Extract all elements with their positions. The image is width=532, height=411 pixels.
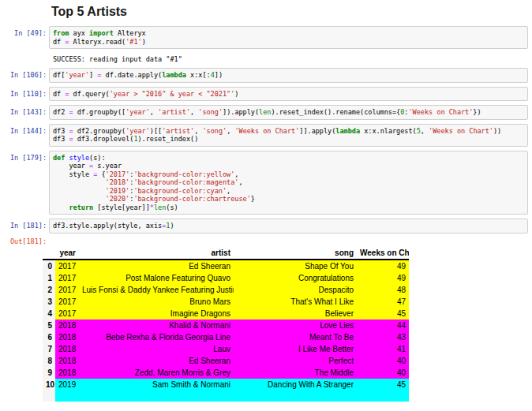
code-editor[interactable]: df3 = df2.groupby('year')[['artist', 'so… [49, 124, 528, 147]
code-token: ) [170, 222, 174, 230]
code-token: len [259, 108, 271, 116]
cell-song: Believer [234, 308, 357, 319]
code-token: , [421, 127, 429, 135]
code-token: 'year' [65, 71, 89, 79]
cell-artist: Ed Sheeran [79, 260, 234, 272]
code-token: '2018' [106, 178, 130, 186]
code-line: df2 = df.groupby(['year', 'artist', 'son… [53, 108, 524, 117]
partial-row-fill [55, 390, 409, 402]
code-editor[interactable]: df3.style.apply(style, axis=1) [49, 219, 528, 234]
code-line: df3 = df2.groupby('year')[['artist', 'so… [53, 127, 524, 136]
cell-year: 2017 [55, 296, 79, 308]
column-header: song [234, 247, 357, 260]
cell-weeks: 43 [357, 331, 409, 343]
code-line: year = s.year [53, 162, 524, 170]
code-token: 'background-color:yellow' [133, 170, 234, 178]
cell-artist: Sam Smith & Normani [79, 379, 234, 390]
code-cell: In [49]:from ayx import Alteryxdf = Alte… [0, 26, 532, 49]
code-line: df['year'] = df.date.apply(lambda x:x[:4… [53, 71, 524, 80]
code-token: df [53, 90, 65, 98]
table-row: 52018Khalid & NormaniLove Lies44 [43, 319, 409, 331]
cell-year: 2018 [55, 367, 79, 379]
code-line: '2018':'background-color:magenta', [53, 178, 524, 187]
code-token: 'year > "2016" & year < "2021"' [110, 90, 235, 98]
code-token: Alteryx.read( [69, 38, 126, 46]
code-token: x:x[: [186, 71, 211, 79]
table-row: 32017Bruno MarsThat's What I Like47 [43, 296, 409, 308]
row-index: 4 [43, 308, 55, 319]
empty-prompt [0, 53, 49, 56]
code-token: ]).apply( [223, 108, 259, 116]
code-token: 'Weeks on Chart' [234, 127, 299, 135]
cell-artist: Bebe Rexha & Florida Georgia Line [79, 331, 234, 343]
code-token: 'Weeks on Chart' [429, 127, 493, 135]
code-token: } [251, 195, 255, 203]
code-token: , [194, 127, 202, 135]
code-token: 'background-color:magenta' [133, 178, 238, 186]
code-line: return [style[year]]*len(s) [53, 204, 524, 212]
row-index: 2 [43, 284, 55, 296]
code-line: df3 = df3.droplevel(1).reset_index() [53, 135, 524, 144]
code-cell: In [110]:df = df.query('year > "2016" & … [0, 87, 532, 102]
cell-year: 2018 [55, 331, 79, 343]
cell-weeks: 41 [357, 343, 409, 355]
table-row-partial [43, 390, 409, 402]
table-row: 102019Sam Smith & NormaniDancing With A … [43, 379, 409, 390]
cell-song: Love Lies [234, 319, 357, 331]
in-prompt: In [144]: [0, 124, 49, 136]
cell-artist: Ed Sheeran [79, 355, 234, 367]
markdown-cell-title[interactable]: Top 5 Artists [51, 5, 532, 19]
cell-artist: Post Malone Featuring Quavo [79, 272, 234, 284]
row-index: 8 [43, 355, 55, 367]
code-token: )) [493, 127, 501, 135]
code-token: , [227, 127, 234, 135]
in-prompt: In [143]: [0, 105, 49, 117]
code-token: year [53, 162, 89, 170]
cell-weeks: 40 [357, 367, 409, 379]
cell-artist: Bruno Mars [79, 296, 234, 308]
stream-output-text: SUCCESS: reading input data "#1" [49, 54, 182, 64]
code-token: '2017' [106, 170, 130, 178]
dataframe-header-row: yearartistsongWeeks on Chart [43, 247, 409, 260]
table-row: 22017Luis Fonsi & Daddy Yankee Featuring… [43, 284, 409, 296]
code-token: return [69, 204, 93, 211]
code-token: df3.droplevel( [73, 135, 134, 143]
code-cells-container: In [49]:from ayx import Alteryxdf = Alte… [0, 26, 532, 234]
code-line: def style(s): [53, 154, 524, 163]
code-token: df2.groupby( [73, 127, 126, 135]
code-token [53, 204, 69, 211]
table-row: 42017Imagine DragonsBeliever45 [43, 308, 409, 319]
code-token: )[[ [150, 127, 162, 135]
code-token: x:x.nlargest( [360, 127, 417, 135]
code-editor[interactable]: df2 = df.groupby(['year', 'artist', 'son… [49, 105, 528, 120]
row-index: 9 [43, 367, 55, 379]
cell-year: 2017 [55, 260, 79, 272]
row-index: 5 [43, 319, 55, 331]
code-token: df3 [53, 135, 69, 143]
code-token: ] [89, 71, 97, 79]
code-token: df3.style.apply(style, axis [53, 222, 162, 230]
code-token [53, 187, 106, 195]
code-token: 'background-color:cyan' [133, 187, 227, 195]
code-token: '2020' [106, 195, 130, 203]
in-prompt: In [110]: [0, 87, 49, 99]
cell-weeks: 45 [357, 379, 409, 390]
code-editor[interactable]: df['year'] = df.date.apply(lambda x:x[:4… [49, 68, 528, 83]
code-editor[interactable]: df = df.query('year > "2016" & year < "2… [49, 87, 528, 102]
cell-song: Shape Of You [234, 260, 357, 272]
code-token: Alteryx [114, 29, 146, 37]
code-token: , [227, 187, 230, 195]
column-header-index [43, 247, 55, 260]
code-editor[interactable]: def style(s): year = s.year style = {'20… [49, 151, 528, 215]
code-token: , [150, 108, 158, 116]
code-token: ) [234, 90, 238, 98]
code-token: ).reset_index() [138, 135, 199, 143]
code-line: df = Alteryx.read('#1') [53, 38, 524, 47]
code-token: df2 [53, 108, 69, 116]
cell-artist: Imagine Dragons [79, 308, 234, 319]
code-token: df.query( [69, 90, 109, 98]
code-editor[interactable]: from ayx import Alteryxdf = Alteryx.read… [49, 26, 528, 49]
row-index: 0 [43, 260, 55, 272]
code-token: [style[year]] [93, 204, 150, 211]
code-token [53, 178, 106, 186]
